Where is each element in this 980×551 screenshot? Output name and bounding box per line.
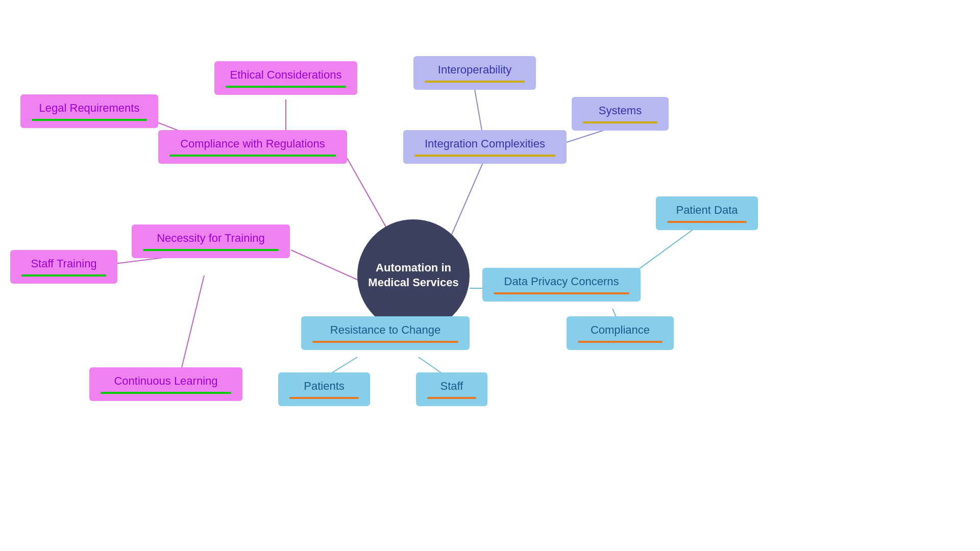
node-interoperability[interactable]: Interoperability	[413, 56, 536, 90]
center-node: Automation in Medical Services	[357, 219, 470, 332]
node-staff-training[interactable]: Staff Training	[10, 250, 117, 284]
node-staff[interactable]: Staff	[416, 372, 487, 406]
node-continuous-learning[interactable]: Continuous Learning	[89, 367, 242, 401]
node-necessity-training[interactable]: Necessity for Training	[132, 224, 290, 258]
node-data-privacy[interactable]: Data Privacy Concerns	[482, 268, 641, 302]
node-legal-requirements[interactable]: Legal Requirements	[20, 94, 158, 128]
node-patients[interactable]: Patients	[278, 372, 370, 406]
node-ethical-considerations[interactable]: Ethical Considerations	[214, 61, 357, 95]
svg-line-8	[179, 276, 204, 380]
center-label: Automation in Medical Services	[357, 261, 470, 290]
node-compliance[interactable]: Compliance	[567, 316, 674, 350]
node-compliance-regulations[interactable]: Compliance with Regulations	[158, 130, 347, 164]
node-systems[interactable]: Systems	[572, 97, 669, 131]
node-patient-data[interactable]: Patient Data	[656, 196, 758, 230]
node-resistance-change[interactable]: Resistance to Change	[301, 316, 470, 350]
node-integration-complexities[interactable]: Integration Complexities	[403, 130, 567, 164]
